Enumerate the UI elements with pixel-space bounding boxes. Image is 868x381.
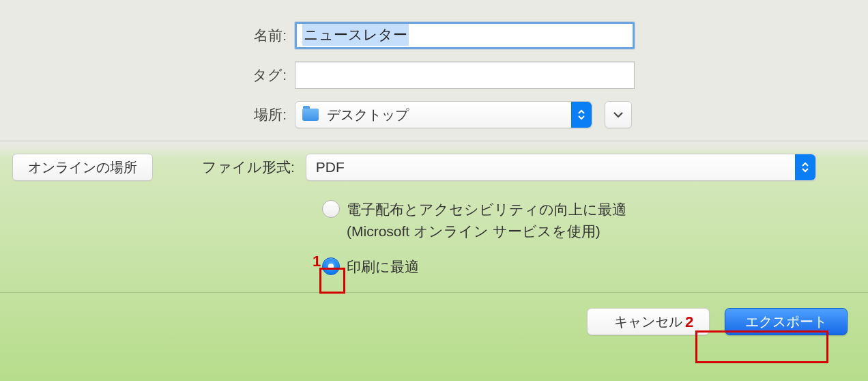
updown-icon: [795, 154, 815, 180]
online-locations-label: オンラインの場所: [28, 158, 137, 177]
radio-opt-online-label: 電子配布とアクセシビリティの向上に最適: [347, 199, 626, 221]
cancel-button[interactable]: キャンセル: [587, 308, 710, 335]
tags-input[interactable]: [295, 61, 635, 89]
file-format-label: ファイル形式:: [202, 154, 295, 177]
name-input[interactable]: ニュースレター: [295, 22, 635, 49]
expand-button[interactable]: [605, 101, 632, 128]
location-label: 場所:: [0, 105, 295, 124]
row-tags: タグ:: [0, 61, 868, 89]
name-input-selected-text: ニュースレター: [302, 24, 409, 46]
radio-opt-online-sub: (Microsoft オンライン サービスを使用): [347, 222, 868, 241]
radio-opt-print-label: 印刷に最適: [347, 256, 419, 278]
radio-opt-print[interactable]: 印刷に最適: [322, 256, 868, 278]
location-select[interactable]: デスクトップ: [295, 101, 592, 128]
radio-icon: [322, 257, 340, 275]
online-locations-button[interactable]: オンラインの場所: [12, 154, 153, 181]
updown-icon: [571, 102, 592, 128]
chevron-down-icon: [613, 111, 624, 118]
radio-opt-online[interactable]: 電子配布とアクセシビリティの向上に最適: [322, 199, 868, 221]
row-name: 名前: ニュースレター: [0, 22, 868, 49]
optimize-radio-group: 電子配布とアクセシビリティの向上に最適 (Microsoft オンライン サービ…: [322, 199, 868, 277]
file-format-select[interactable]: PDF: [306, 154, 816, 181]
dialog-buttons: キャンセル エクスポート: [0, 293, 868, 335]
radio-icon: [322, 200, 340, 218]
location-value: デスクトップ: [327, 106, 409, 124]
annotation-number-1: 1: [313, 253, 321, 270]
row-location: 場所: デスクトップ: [0, 101, 868, 128]
save-panel-top: 名前: ニュースレター タグ: 場所: デスクトップ: [0, 0, 868, 128]
tags-label: タグ:: [0, 66, 295, 85]
export-button[interactable]: エクスポート: [725, 308, 848, 335]
export-label: エクスポート: [745, 313, 827, 331]
name-label: 名前:: [0, 26, 295, 45]
file-format-section: オンラインの場所 ファイル形式: PDF: [0, 141, 868, 181]
folder-icon: [302, 109, 319, 121]
file-format-value: PDF: [316, 159, 345, 175]
cancel-label: キャンセル: [614, 313, 682, 331]
annotation-box-2: [695, 330, 828, 363]
